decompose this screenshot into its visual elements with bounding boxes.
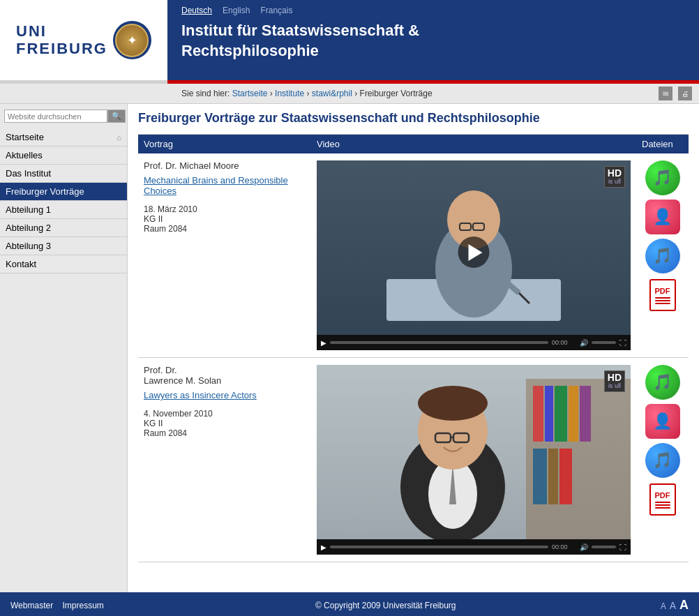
sidebar-label-startseite: Startseite [6, 132, 44, 142]
lang-deutsch[interactable]: Deutsch [181, 6, 212, 15]
time-display-moore: 00:00 [552, 339, 576, 346]
sidebar-item-abteilung1[interactable]: Abteilung 1 [0, 201, 127, 219]
video-cell-moore: HD is ull ▶ [311, 153, 636, 358]
lecture-date-solan: 4. November 2010 [144, 409, 306, 419]
breadcrumb-sep3: › [354, 89, 359, 98]
search-button[interactable]: 🔍 [107, 110, 126, 123]
font-size-small[interactable]: A [661, 601, 666, 611]
search-box: 🔍 [4, 110, 123, 123]
svg-rect-14 [555, 386, 567, 442]
hd-badge-solan: HD is ull [604, 370, 625, 392]
footer-webmaster[interactable]: Webmaster [10, 601, 53, 610]
hd-label-solan: HD [608, 373, 622, 382]
sidebar-label-abteilung2: Abteilung 2 [6, 223, 51, 233]
header-logo: UNIFREIBURG ✦ [0, 0, 167, 80]
itunes-solan[interactable]: 🎵 [645, 443, 680, 478]
video-download-moore[interactable]: 👤 [645, 200, 680, 234]
header-title-area: Deutsch English Français Institut für St… [167, 0, 699, 80]
page-title: Freiburger Vorträge zur Staatswissenscha… [138, 104, 689, 135]
main-layout: 🔍 Startseite ⌂ Aktuelles Das Institut Fr… [0, 104, 699, 592]
lecturer-fullname-solan: Lawrence M. Solan [144, 375, 221, 386]
col-header-dateien: Dateien [636, 135, 689, 153]
lecture-meta-solan: 4. November 2010 KG II Raum 2084 [144, 409, 306, 438]
pdf-download-moore[interactable]: PDF [645, 278, 680, 313]
lecture-meta-moore: 18. März 2010 KG II Raum 2084 [144, 204, 306, 234]
video-wrapper-solan: HD is ull ▶ 00:00 🔊 [317, 365, 631, 555]
sidebar-item-startseite[interactable]: Startseite ⌂ [0, 128, 127, 147]
lecture-title-link-moore[interactable]: Mechanical Brains and Responsible Choice… [144, 175, 288, 196]
breadcrumb-startseite[interactable]: Startseite [232, 89, 268, 98]
solan-video-svg [317, 365, 631, 539]
volume-bar-solan[interactable] [592, 546, 616, 548]
video-cell-solan: HD is ull ▶ 00:00 🔊 [311, 358, 636, 562]
sidebar: 🔍 Startseite ⌂ Aktuelles Das Institut Fr… [0, 104, 128, 592]
fullscreen-btn-solan[interactable]: ⛶ [619, 543, 626, 551]
search-input[interactable] [4, 110, 107, 123]
video-thumbnail-solan [317, 365, 631, 539]
sidebar-item-das-institut[interactable]: Das Institut [0, 165, 127, 183]
svg-rect-17 [533, 449, 547, 504]
uni-name-text: UNIFREIBURG [16, 23, 107, 57]
lecture-room1-moore: KG II [144, 214, 306, 224]
hd-quality-solan: is ull [608, 382, 621, 389]
col-header-vortrag: Vortrag [138, 135, 311, 153]
sidebar-item-abteilung2[interactable]: Abteilung 2 [0, 219, 127, 237]
play-button-moore[interactable] [458, 236, 490, 268]
lang-english[interactable]: English [223, 6, 250, 15]
footer: Webmaster Impressum © Copyright 2009 Uni… [0, 592, 699, 616]
lecturer-name-solan: Prof. Dr. Lawrence M. Solan [144, 365, 306, 386]
video-download-solan[interactable]: 👤 [645, 404, 680, 439]
col-header-video: Video [311, 135, 636, 153]
print-icon[interactable]: 🖨 [678, 87, 692, 100]
mp3-download-solan[interactable]: 🎵 [645, 365, 680, 400]
sidebar-label-das-institut: Das Institut [6, 168, 51, 179]
lecture-title-solan: Lawyers as Insincere Actors [144, 390, 306, 400]
svg-rect-15 [569, 386, 578, 442]
svg-point-24 [418, 386, 488, 421]
font-size-large[interactable]: A [679, 598, 689, 613]
volume-icon-solan[interactable]: 🔊 [580, 543, 588, 551]
lecture-date-moore: 18. März 2010 [144, 204, 306, 214]
seal-emblem: ✦ [127, 33, 137, 48]
lecture-title-moore: Mechanical Brains and Responsible Choice… [144, 175, 306, 196]
footer-impressum[interactable]: Impressum [62, 601, 103, 610]
sidebar-item-freiburger-vortraege[interactable]: Freiburger Vorträge [0, 183, 127, 201]
breadcrumb-icons: ✉ 🖨 [659, 87, 692, 100]
itunes-moore[interactable]: 🎵 [645, 239, 680, 273]
volume-icon-moore[interactable]: 🔊 [580, 339, 588, 347]
sidebar-item-abteilung3[interactable]: Abteilung 3 [0, 237, 127, 255]
uni-logo-area: UNIFREIBURG ✦ [9, 14, 158, 66]
video-inner-moore: HD is ull ▶ [317, 160, 631, 350]
font-size-medium[interactable]: A [670, 600, 676, 611]
lecture-room2-solan: Raum 2084 [144, 428, 306, 438]
breadcrumb-institute[interactable]: Institute [275, 89, 304, 98]
breadcrumb: Sie sind hier: Startseite › Institute › … [7, 89, 433, 98]
hd-badge-moore: HD is ull [604, 166, 625, 188]
footer-copyright: © Copyright 2009 Universität Freiburg [315, 601, 456, 610]
sidebar-item-aktuelles[interactable]: Aktuelles [0, 147, 127, 165]
hd-quality-moore: is ull [608, 178, 621, 185]
video-wrapper-moore: HD is ull ▶ [317, 160, 631, 350]
progress-bar-solan[interactable] [330, 546, 548, 548]
pdf-download-solan[interactable]: PDF [645, 482, 680, 517]
lang-francais[interactable]: Français [260, 6, 292, 15]
hd-label-moore: HD [608, 168, 622, 178]
progress-bar-moore[interactable] [330, 341, 548, 344]
play-pause-moore[interactable]: ▶ [321, 339, 326, 347]
play-pause-solan[interactable]: ▶ [321, 543, 326, 551]
email-icon[interactable]: ✉ [659, 87, 672, 100]
fullscreen-btn-moore[interactable]: ⛶ [619, 339, 626, 347]
breadcrumb-stawi[interactable]: stawi&rphil [312, 89, 352, 98]
uni-seal: ✦ [113, 21, 151, 59]
play-triangle-moore [468, 244, 482, 261]
video-controls-moore: ▶ 00:00 🔊 ⛶ [317, 335, 631, 350]
svg-rect-12 [533, 386, 543, 442]
uni-seal-inner: ✦ [115, 24, 149, 57]
content-area: Freiburger Vorträge zur Staatswissenscha… [128, 104, 699, 592]
sidebar-item-kontakt[interactable]: Kontakt [0, 255, 127, 273]
lecturer-title-solan: Prof. Dr. [144, 365, 177, 375]
mp3-download-moore[interactable]: 🎵 [645, 160, 680, 195]
lecture-title-link-solan[interactable]: Lawyers as Insincere Actors [144, 390, 257, 400]
volume-bar-moore[interactable] [592, 341, 616, 344]
svg-rect-16 [580, 386, 591, 442]
